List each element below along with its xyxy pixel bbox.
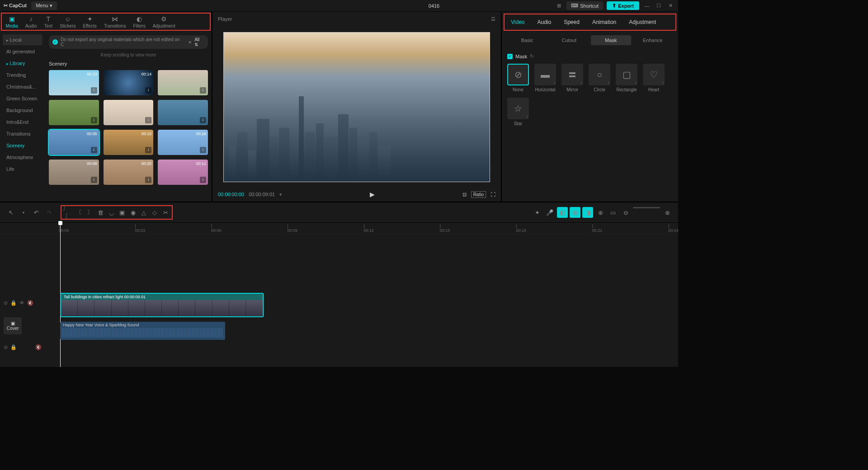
zoom-in[interactable]: ⊕ — [662, 207, 673, 218]
thumb-0[interactable]: 00:23↓ — [49, 70, 99, 95]
close-button[interactable]: ✕ — [666, 3, 675, 9]
download-icon[interactable]: ↓ — [91, 147, 97, 153]
sidebar-item-background[interactable]: Background — [3, 105, 42, 116]
player-menu-icon[interactable]: ☰ — [491, 16, 495, 22]
auto-tool[interactable]: ✦ — [532, 207, 542, 218]
reset-icon[interactable]: ↻ — [530, 53, 534, 59]
thumb-11[interactable]: 00:11↓ — [158, 160, 208, 185]
download-icon[interactable]: ↓ — [200, 87, 206, 94]
zoom-out[interactable]: ⊖ — [620, 207, 631, 218]
snap-toggle-3[interactable]: ◨ — [582, 207, 593, 218]
thumb-1[interactable]: 00:14↓ — [104, 70, 154, 95]
split-left-tool[interactable]: 〔 — [73, 207, 84, 218]
tab-adjustment[interactable]: ⚙Adjustment — [149, 14, 179, 30]
video-clip[interactable]: Tall buildings in cities refract light 0… — [60, 293, 264, 317]
all-filter[interactable]: All ⇅ — [194, 37, 204, 47]
thumb-6[interactable]: 00:05↓ — [49, 130, 99, 155]
download-icon[interactable]: ↓ — [91, 117, 97, 123]
timecode-dropdown-icon[interactable]: ▾ — [279, 192, 282, 197]
thumb-7[interactable]: 00:15↓ — [104, 130, 154, 155]
redo-button[interactable]: ↷ — [43, 207, 54, 218]
shortcut-button[interactable]: ⌨Shortcut — [566, 1, 603, 10]
notice-close[interactable]: ✕ — [188, 40, 192, 45]
player-viewport[interactable] — [212, 27, 501, 187]
audio-clip[interactable]: Happy New Year Voice & Sparkling Sound — [60, 322, 225, 340]
marker-tool[interactable]: ◡ — [106, 207, 117, 218]
audio-mute-icon[interactable]: 🔇 — [35, 344, 42, 350]
audio-lock-icon[interactable]: ⊘ — [4, 344, 8, 350]
tab-filters[interactable]: ◐Filters — [129, 14, 149, 30]
snap-toggle-2[interactable]: ⊞ — [570, 207, 580, 218]
undo-button[interactable]: ↶ — [31, 207, 42, 218]
thumb-4[interactable]: ↓ — [104, 100, 154, 125]
subtab-enhance[interactable]: Enhance — [633, 35, 673, 45]
split-right-tool[interactable]: 〕 — [84, 207, 95, 218]
mask-circle[interactable]: ○↓Circle — [589, 64, 610, 92]
prop-tab-audio[interactable]: Audio — [531, 14, 557, 30]
sidebar-item-greenscreen[interactable]: Green Screen — [3, 93, 42, 104]
subtab-cutout[interactable]: Cutout — [549, 35, 590, 45]
mic-tool[interactable]: 🎤 — [544, 207, 555, 218]
mask-heart[interactable]: ♡↓Heart — [643, 64, 665, 92]
sidebar-item-life[interactable]: Life — [3, 164, 42, 174]
thumb-10[interactable]: 00:20↓ — [104, 160, 154, 185]
thumb-2[interactable]: ↓ — [158, 70, 208, 95]
subtab-mask[interactable]: Mask — [591, 35, 631, 45]
sidebar-item-atmosphere[interactable]: Atmosphere — [3, 152, 42, 163]
download-icon[interactable]: ↓ — [200, 117, 206, 123]
track-mute-icon[interactable]: 🔇 — [27, 300, 33, 306]
download-icon[interactable]: ↓ — [145, 87, 151, 94]
selection-tool[interactable]: ↖ — [5, 207, 16, 218]
cover-button[interactable]: ▣Cover — [4, 317, 22, 334]
mask-none[interactable]: ⊘None — [507, 64, 529, 92]
subtab-basic[interactable]: Basic — [507, 35, 547, 45]
track-lock-icon[interactable]: ⊘ — [4, 300, 8, 306]
sidebar-item-scenery[interactable]: Scenery — [3, 140, 42, 151]
sidebar-library[interactable]: Library — [3, 58, 42, 69]
mask-toggle[interactable]: ✓ Mask ↻ — [507, 53, 673, 59]
play-button[interactable]: ▶ — [370, 191, 375, 198]
track-eye-icon[interactable]: 👁 — [19, 300, 24, 306]
record-tool[interactable]: ◉ — [127, 207, 138, 218]
sidebar-local[interactable]: Local — [3, 34, 42, 45]
prop-tab-video[interactable]: Video — [505, 14, 531, 30]
download-icon[interactable]: ↓ — [91, 177, 97, 183]
menu-button[interactable]: Menu ▾ — [31, 1, 57, 10]
download-icon[interactable]: ↓ — [200, 147, 206, 153]
thumb-5[interactable]: ↓ — [158, 100, 208, 125]
mirror-tool[interactable]: △ — [138, 207, 149, 218]
tab-text[interactable]: TText — [41, 14, 56, 30]
sidebar-item-transitions[interactable]: Transitions — [3, 128, 42, 139]
export-button[interactable]: ⬆Export — [607, 1, 639, 10]
download-icon[interactable]: ↓ — [145, 147, 151, 153]
tab-transitions[interactable]: ⋈Transitions — [100, 14, 130, 30]
copy-tool[interactable]: ▣ — [117, 207, 127, 218]
mask-rectangle[interactable]: ▢↓Rectangle — [616, 64, 637, 92]
sidebar-ai[interactable]: AI generated — [3, 46, 42, 57]
sidebar-item-introend[interactable]: Intro&End — [3, 117, 42, 127]
download-icon[interactable]: ↓ — [145, 117, 151, 123]
delete-tool[interactable]: 🗑 — [95, 207, 106, 218]
prop-tab-animation[interactable]: Animation — [586, 14, 623, 30]
tool-dropdown[interactable]: ▾ — [18, 207, 29, 218]
mask-star[interactable]: ☆↓Star — [507, 98, 529, 126]
ratio-button[interactable]: Ratio — [471, 191, 486, 198]
tab-stickers[interactable]: ☺Stickers — [56, 14, 80, 30]
layout-icon[interactable]: ⊞ — [555, 3, 563, 9]
audio-lock2-icon[interactable]: 🔒 — [10, 344, 17, 350]
thumb-3[interactable]: ↓ — [49, 100, 99, 125]
tab-effects[interactable]: ✦Effects — [79, 14, 100, 30]
thumb-8[interactable]: 00:16↓ — [158, 130, 208, 155]
fullscreen-icon[interactable]: ⛶ — [491, 192, 495, 197]
prop-tab-speed[interactable]: Speed — [557, 14, 586, 30]
sidebar-item-trending[interactable]: Trending — [3, 70, 42, 80]
thumb-9[interactable]: 00:08↓ — [49, 160, 99, 185]
mask-mirror[interactable]: 〓↓Mirror — [561, 64, 583, 92]
rotate-tool[interactable]: ◇ — [149, 207, 160, 218]
sidebar-item-christmas[interactable]: Christmas&... — [3, 81, 42, 92]
tab-media[interactable]: ▣Media — [2, 14, 22, 30]
prop-tab-adjustment[interactable]: Adjustment — [623, 14, 662, 30]
crop-tool[interactable]: ✂ — [160, 207, 171, 218]
download-icon[interactable]: ↓ — [200, 177, 206, 183]
snap-toggle-1[interactable]: ◧ — [557, 207, 568, 218]
